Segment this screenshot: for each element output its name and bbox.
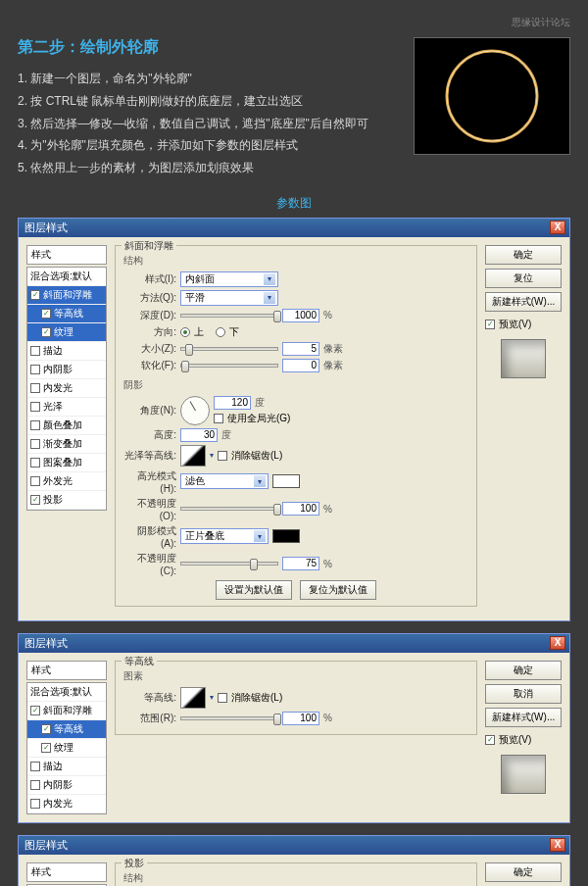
- checkbox-icon[interactable]: [30, 762, 40, 771]
- hl-mode-dropdown[interactable]: 滤色▾: [180, 473, 269, 489]
- style-texture[interactable]: 纹理: [27, 739, 106, 758]
- range-label: 范围(R):: [122, 712, 176, 725]
- checkbox-icon[interactable]: [41, 724, 51, 734]
- depth-slider[interactable]: [180, 314, 278, 318]
- checkbox-icon[interactable]: [30, 346, 40, 356]
- dir-down-radio[interactable]: [216, 327, 225, 337]
- soften-input[interactable]: 0: [282, 359, 319, 372]
- soften-slider[interactable]: [180, 364, 278, 368]
- angle-input[interactable]: 120: [214, 396, 251, 410]
- checkbox-icon[interactable]: [30, 706, 40, 715]
- new-style-button[interactable]: 新建样式(W)...: [485, 708, 562, 727]
- ok-button[interactable]: 确定: [485, 862, 562, 882]
- style-label: 样式(I):: [122, 272, 176, 286]
- sh-mode-dropdown[interactable]: 正片叠底▾: [180, 528, 269, 544]
- style-contour[interactable]: 等高线: [27, 720, 106, 739]
- checkbox-icon[interactable]: [30, 402, 40, 412]
- dir-up-radio[interactable]: [180, 327, 190, 337]
- close-button[interactable]: X: [550, 838, 565, 852]
- sh-color-swatch[interactable]: [272, 529, 300, 543]
- style-dropdown[interactable]: 内斜面▾: [180, 271, 278, 287]
- reset-default-button[interactable]: 复位为默认值: [300, 580, 376, 600]
- checkbox-icon[interactable]: [41, 327, 51, 337]
- range-slider[interactable]: [180, 716, 278, 720]
- style-stroke[interactable]: 描边: [27, 342, 106, 361]
- styles-header: 样式: [26, 862, 107, 882]
- sh-op-slider[interactable]: [180, 562, 278, 566]
- shadow-panel: 投影 结构 混合模式(B): 正常▾ 不透明度(O): 89% 角度(A): 1…: [115, 862, 477, 886]
- checkbox-icon[interactable]: [30, 780, 40, 790]
- cancel-button[interactable]: 复位: [485, 269, 562, 288]
- style-bevel[interactable]: 斜面和浮雕: [27, 702, 106, 720]
- style-inner-glow[interactable]: 内发光: [27, 379, 106, 398]
- close-icon: X: [555, 638, 562, 648]
- checkbox-icon[interactable]: [41, 743, 51, 753]
- angle-wheel[interactable]: [180, 396, 210, 425]
- checkbox-icon[interactable]: [30, 799, 40, 809]
- depth-label: 深度(D):: [122, 309, 176, 322]
- new-style-button[interactable]: 新建样式(W)...: [485, 292, 562, 312]
- antialias-checkbox[interactable]: [218, 451, 227, 461]
- style-color-overlay[interactable]: 颜色叠加: [27, 417, 106, 435]
- chevron-down-icon: ▾: [264, 273, 275, 285]
- styles-header: 样式: [26, 245, 107, 265]
- struct-title: 结构: [123, 254, 470, 268]
- checkbox-icon[interactable]: [30, 290, 40, 300]
- size-label: 大小(Z):: [122, 342, 176, 356]
- hl-op-slider[interactable]: [180, 507, 278, 511]
- checkbox-icon[interactable]: [30, 439, 40, 449]
- preview-checkbox[interactable]: [485, 735, 495, 745]
- gloss-label: 光泽等高线:: [122, 449, 176, 463]
- ok-button[interactable]: 确定: [485, 245, 562, 265]
- close-icon: X: [555, 222, 562, 232]
- style-inner-shadow[interactable]: 内阴影: [27, 361, 106, 379]
- contour-picker[interactable]: [180, 687, 206, 709]
- altitude-input[interactable]: 30: [180, 428, 218, 442]
- size-input[interactable]: 5: [282, 342, 319, 356]
- method-label: 方法(Q):: [122, 291, 176, 305]
- close-button[interactable]: X: [550, 221, 565, 234]
- style-inner-shadow[interactable]: 内阴影: [27, 776, 106, 795]
- dialog-title: 图层样式: [24, 221, 68, 235]
- blend-default[interactable]: 混合选项:默认: [27, 683, 106, 702]
- checkbox-icon[interactable]: [30, 495, 40, 505]
- method-dropdown[interactable]: 平滑▾: [180, 290, 278, 306]
- style-drop-shadow[interactable]: 投影: [27, 491, 106, 510]
- checkbox-icon[interactable]: [30, 458, 40, 468]
- blend-default[interactable]: 混合选项:默认: [27, 268, 106, 286]
- style-inner-glow[interactable]: 内发光: [27, 795, 106, 813]
- global-light-checkbox[interactable]: [214, 414, 223, 423]
- style-gradient-overlay[interactable]: 渐变叠加: [27, 435, 106, 454]
- checkbox-icon[interactable]: [30, 365, 40, 374]
- style-satin[interactable]: 光泽: [27, 398, 106, 417]
- hl-color-swatch[interactable]: [272, 474, 300, 488]
- close-button[interactable]: X: [550, 636, 565, 650]
- preview-checkbox[interactable]: [485, 320, 495, 329]
- style-texture[interactable]: 纹理: [27, 323, 106, 342]
- checkbox-icon[interactable]: [30, 476, 40, 486]
- close-icon: X: [555, 840, 562, 850]
- style-outer-glow[interactable]: 外发光: [27, 472, 106, 491]
- checkbox-icon[interactable]: [30, 420, 40, 430]
- contour-label: 等高线:: [122, 691, 176, 705]
- style-pattern-overlay[interactable]: 图案叠加: [27, 454, 106, 472]
- checkbox-icon[interactable]: [30, 383, 40, 393]
- ok-button[interactable]: 确定: [485, 661, 562, 680]
- checkbox-icon[interactable]: [41, 309, 51, 319]
- depth-input[interactable]: 1000: [282, 309, 319, 322]
- set-default-button[interactable]: 设置为默认值: [216, 580, 292, 600]
- steps-list: 1. 新建一个图层，命名为"外轮廓" 2. 按 CTRL键 鼠标单击刚刚做好的底…: [18, 68, 394, 179]
- antialias-checkbox[interactable]: [218, 693, 227, 703]
- gloss-contour-picker[interactable]: [180, 445, 206, 467]
- cancel-button[interactable]: 取消: [485, 684, 562, 704]
- styles-list: 混合选项:默认 斜面和浮雕 等高线 纹理 描边 内阴影 内发光: [26, 682, 107, 814]
- style-stroke[interactable]: 描边: [27, 758, 106, 776]
- style-bevel[interactable]: 斜面和浮雕: [27, 286, 106, 305]
- sh-op-input[interactable]: 75: [282, 557, 319, 570]
- hl-op-input[interactable]: 100: [282, 502, 319, 516]
- style-contour[interactable]: 等高线: [27, 305, 106, 323]
- site-watermark: 思缘设计论坛: [512, 16, 570, 29]
- size-slider[interactable]: [180, 347, 278, 351]
- range-input[interactable]: 100: [282, 712, 319, 725]
- chevron-down-icon: ▾: [264, 292, 275, 304]
